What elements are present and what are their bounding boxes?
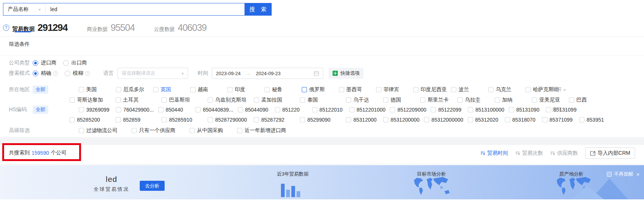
hs-all-chip[interactable]: 全部 <box>33 106 48 114</box>
radio-icon[interactable] <box>65 71 70 76</box>
filter-checkbox-item[interactable]: 从中国采购 <box>190 127 227 134</box>
radio-importer[interactable]: 进口商 <box>33 60 56 66</box>
checkbox-icon[interactable] <box>116 117 121 122</box>
filter-checkbox-item[interactable]: 乌克兰 <box>488 86 525 93</box>
quick-options-button[interactable]: 快捷选项 <box>329 68 363 79</box>
filter-checkbox-item[interactable]: 乌兹别克斯坦 <box>208 97 254 103</box>
checkbox-icon[interactable] <box>69 117 75 122</box>
radio-fuzzy[interactable]: 模糊 ? <box>65 70 90 77</box>
dismiss-control[interactable]: 不再提醒 × <box>607 171 640 177</box>
dismiss-checkbox-icon[interactable] <box>607 172 612 177</box>
radio-exporter[interactable]: 出口商 <box>63 60 87 66</box>
filter-checkbox-item[interactable]: 亚美尼亚 <box>532 97 569 103</box>
checkbox-icon[interactable] <box>413 87 418 92</box>
filter-checkbox-item[interactable]: 美国 <box>79 86 116 93</box>
checkbox-icon[interactable] <box>451 87 456 92</box>
filter-checkbox-item[interactable]: 85285200 <box>69 117 116 123</box>
checkbox-icon[interactable] <box>505 117 510 122</box>
checkbox-icon[interactable] <box>116 97 121 103</box>
filter-checkbox-item[interactable]: 乌干达 <box>346 97 383 103</box>
checkbox-icon[interactable] <box>79 107 84 112</box>
checkbox-icon[interactable] <box>383 117 388 122</box>
filter-checkbox-item[interactable]: 印度尼西亚 <box>413 86 451 93</box>
checkbox-icon[interactable] <box>162 97 167 103</box>
region-all-chip[interactable]: 全部 <box>33 86 48 94</box>
tab-cloud-search-data[interactable]: 云搜数据 406039 <box>154 22 206 33</box>
checkbox-icon[interactable] <box>208 117 213 122</box>
checkbox-icon[interactable] <box>339 87 344 92</box>
filter-checkbox-item[interactable]: 39269099 <box>79 107 116 113</box>
filter-checkbox-item[interactable]: 85287292 <box>254 117 300 123</box>
help-icon[interactable]: ? <box>3 25 9 31</box>
filter-checkbox-item[interactable]: 墨西哥 <box>339 86 376 93</box>
checkbox-icon[interactable] <box>265 87 270 92</box>
checkbox-icon[interactable] <box>162 117 167 122</box>
filter-checkbox-item[interactable]: 8531200000 <box>383 117 424 123</box>
filter-checkbox-item[interactable]: 英国 <box>153 86 190 93</box>
checkbox-icon[interactable] <box>132 128 137 133</box>
filter-checkbox-item[interactable]: 85318070 <box>505 117 542 123</box>
checkbox-icon[interactable] <box>254 117 259 122</box>
checkbox-icon[interactable] <box>195 107 201 112</box>
filter-checkbox-item[interactable]: 85122099 <box>431 107 468 113</box>
tab-business-data[interactable]: 商业数据 95504 <box>87 22 135 33</box>
filter-checkbox-item[interactable]: 巴西 <box>569 97 606 103</box>
filter-checkbox-item[interactable]: 俄罗斯 <box>302 86 339 93</box>
checkbox-icon[interactable] <box>300 117 305 122</box>
checkbox-icon[interactable] <box>488 87 493 92</box>
checkbox-icon[interactable] <box>431 107 436 112</box>
checkbox-icon[interactable] <box>569 97 574 103</box>
checkbox-icon[interactable] <box>302 87 307 92</box>
radio-selected-icon[interactable] <box>33 71 38 76</box>
filter-checkbox-item[interactable]: 760429900... <box>116 107 158 113</box>
checkbox-icon[interactable] <box>424 117 429 122</box>
results-count[interactable]: 159590 <box>32 150 49 156</box>
filter-checkbox-item[interactable]: 852859 <box>116 117 162 123</box>
filter-checkbox-item[interactable]: 菲律宾 <box>376 86 413 93</box>
checkbox-icon[interactable] <box>390 107 395 112</box>
filter-checkbox-item[interactable]: 德国 <box>383 97 420 103</box>
checkbox-icon[interactable] <box>349 107 355 112</box>
import-crm-button[interactable]: 导入内部CRM <box>585 147 635 159</box>
filter-checkbox-item[interactable]: 853951 <box>579 117 617 123</box>
date-start[interactable]: 2023-09-24 <box>216 71 241 76</box>
radio-exact[interactable]: 精确 ? <box>33 70 58 77</box>
checkbox-icon[interactable] <box>275 107 280 112</box>
checkbox-icon[interactable] <box>546 107 551 112</box>
checkbox-icon[interactable] <box>346 117 351 122</box>
checkbox-icon[interactable] <box>116 87 121 92</box>
date-end[interactable]: 2024-09-23 <box>256 71 281 76</box>
checkbox-icon[interactable] <box>237 128 242 133</box>
filter-checkbox-item[interactable]: 85287290000 <box>208 117 254 123</box>
analyze-button[interactable]: 去分析 <box>140 181 165 191</box>
filter-checkbox-item[interactable]: 巴基斯坦 <box>162 97 208 103</box>
filter-checkbox-item[interactable]: 乌拉圭 <box>457 97 495 103</box>
checkbox-icon[interactable] <box>420 97 425 103</box>
filter-checkbox-item[interactable]: 850440839... <box>195 107 238 113</box>
radio-selected-icon[interactable] <box>33 60 38 66</box>
filter-checkbox-item[interactable]: 哥斯达黎加 <box>69 97 116 103</box>
filter-checkbox-item[interactable]: 印度 <box>227 86 265 93</box>
checkbox-icon[interactable] <box>542 117 547 122</box>
filter-checkbox-item[interactable]: 近一年新增进口商 <box>237 127 291 134</box>
checkbox-icon[interactable] <box>376 87 381 92</box>
checkbox-icon[interactable] <box>153 87 158 92</box>
search-input[interactable] <box>46 3 245 15</box>
checkbox-icon[interactable] <box>116 107 121 112</box>
checkbox-icon[interactable] <box>190 128 195 133</box>
filter-checkbox-item[interactable]: 秘鲁 <box>265 86 302 93</box>
filter-checkbox-item[interactable]: 85371099 <box>542 117 579 123</box>
checkbox-icon[interactable] <box>69 97 75 103</box>
checkbox-icon[interactable] <box>227 87 233 92</box>
checkbox-icon[interactable] <box>468 117 473 122</box>
language-select[interactable]: 请选择翻译语言 ∨ <box>117 68 188 79</box>
search-category-dropdown[interactable]: 产品名称 ∨ <box>3 3 45 15</box>
checkbox-icon[interactable] <box>312 107 317 112</box>
filter-checkbox-item[interactable]: 85312020 <box>468 117 505 123</box>
filter-checkbox-item[interactable]: 厄瓜多尔 <box>116 86 153 93</box>
filter-checkbox-item[interactable]: 过滤物流公司 <box>79 127 122 134</box>
checkbox-icon[interactable] <box>79 128 84 133</box>
filter-checkbox-item[interactable]: 85299090 <box>300 117 346 123</box>
filter-checkbox-item[interactable]: 斯里兰卡 <box>420 97 457 103</box>
checkbox-icon[interactable] <box>383 97 388 103</box>
